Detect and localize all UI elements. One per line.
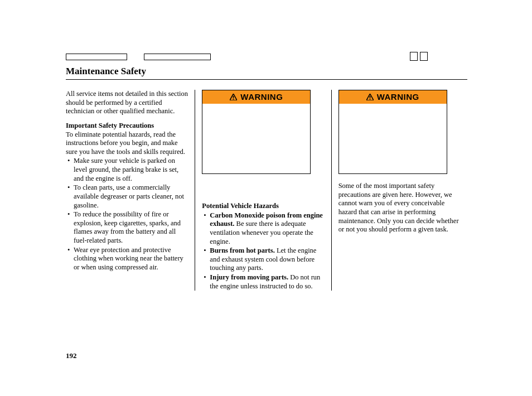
list-item: Make sure your vehicle is parked on leve… bbox=[66, 157, 189, 183]
page-title: Maintenance Safety bbox=[66, 66, 467, 77]
warning-triangle-icon bbox=[366, 94, 374, 100]
list-item: Wear eye protection and protective cloth… bbox=[66, 246, 189, 272]
svg-rect-0 bbox=[233, 96, 234, 98]
hazards-heading: Potential Vehicle Hazards bbox=[202, 202, 325, 211]
intro-text: All service items not detailed in this s… bbox=[66, 90, 189, 116]
precautions-intro: To eliminate potential hazards, read the… bbox=[66, 131, 189, 157]
column-3: WARNING Some of the most important safet… bbox=[331, 90, 467, 291]
warning-box: WARNING bbox=[202, 90, 311, 174]
precautions-heading: Important Safety Precautions bbox=[66, 122, 189, 131]
svg-rect-2 bbox=[369, 96, 370, 98]
list-item: Injury from moving parts. Do not run the… bbox=[202, 273, 325, 291]
warning-label: WARNING bbox=[377, 92, 419, 103]
svg-rect-3 bbox=[369, 99, 370, 100]
warning-triangle-icon bbox=[230, 94, 237, 100]
warning-label: WARNING bbox=[240, 92, 283, 103]
warning-header: WARNING bbox=[202, 90, 310, 104]
col3-text: Some of the most important safety precau… bbox=[338, 182, 462, 234]
column-2: WARNING Potential Vehicle Hazards Carbon… bbox=[195, 90, 331, 291]
svg-rect-1 bbox=[233, 99, 234, 100]
page-number: 192 bbox=[66, 351, 77, 360]
list-item: Burns from hot parts. Let the engine and… bbox=[202, 247, 325, 273]
list-item: To clean parts, use a commercially avail… bbox=[66, 183, 189, 210]
warning-box: WARNING bbox=[338, 90, 447, 174]
hazards-list: Carbon Monoxide poison from engine exhau… bbox=[202, 211, 325, 291]
list-item: To reduce the possibility of fire or exp… bbox=[66, 210, 189, 245]
warning-header: WARNING bbox=[339, 90, 447, 104]
column-1: All service items not detailed in this s… bbox=[66, 90, 195, 291]
list-item: Carbon Monoxide poison from engine exhau… bbox=[202, 211, 325, 247]
precautions-list: Make sure your vehicle is parked on leve… bbox=[66, 157, 189, 272]
